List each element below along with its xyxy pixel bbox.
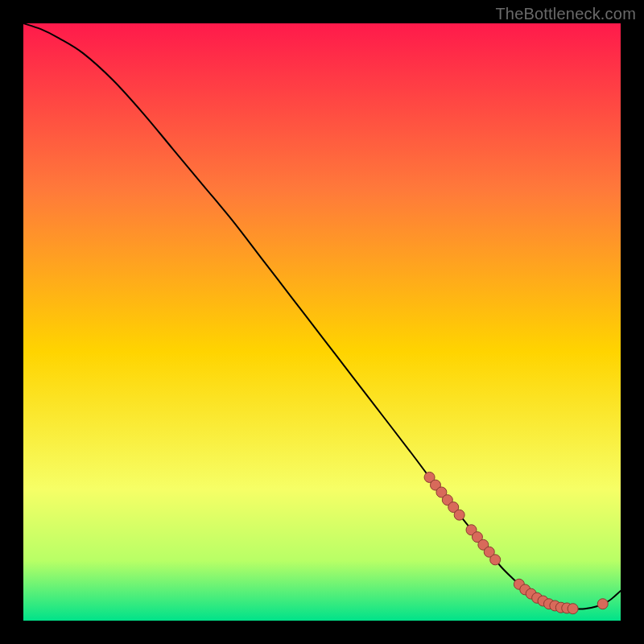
watermark-label: TheBottleneck.com [495, 5, 636, 23]
plot-svg [23, 23, 621, 621]
data-point-marker [490, 555, 501, 565]
data-point-marker [568, 604, 578, 614]
data-point-marker [454, 510, 464, 520]
plot-area [23, 23, 621, 621]
chart-stage: TheBottleneck.com [0, 0, 644, 644]
data-point-marker [597, 599, 608, 609]
gradient-background [23, 23, 621, 621]
